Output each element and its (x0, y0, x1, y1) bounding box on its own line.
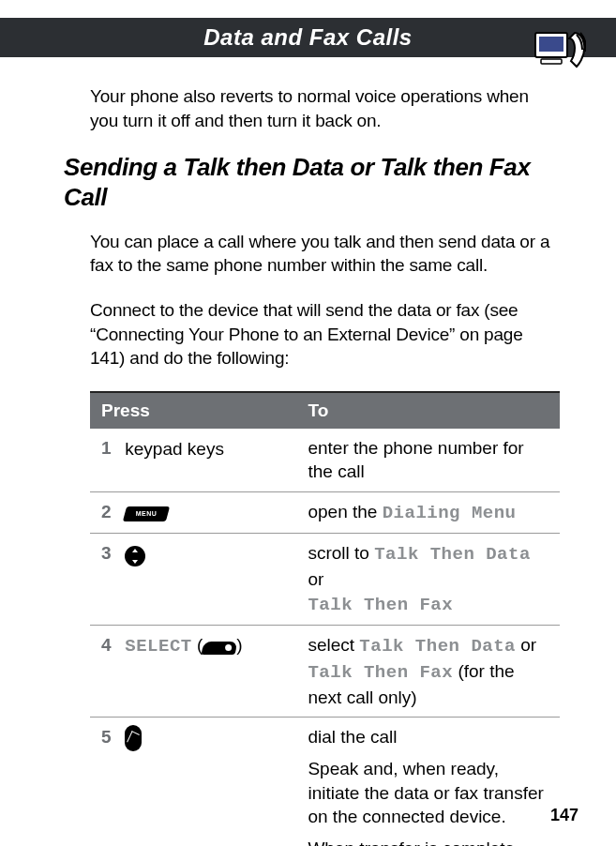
table-row: 3 scroll to Talk Then Data or Talk Then … (90, 534, 560, 626)
table-row: 2 open the Dialing Menu (90, 491, 560, 534)
step-number: 1 (101, 436, 120, 461)
to-text: dial the call (308, 725, 550, 749)
page-title: Data and Fax Calls (203, 24, 412, 51)
instruction-table: Press To 1 keypad keys enter the phone n… (90, 391, 560, 846)
menu-key-icon (125, 501, 168, 525)
to-text: When transfer is complete, end the call … (308, 837, 550, 846)
soft-key-icon (203, 635, 236, 659)
step-number: 5 (101, 725, 120, 749)
computer-phone-icon (533, 29, 586, 70)
step-number: 3 (101, 541, 120, 566)
col-header-to: To (296, 392, 560, 429)
step-number: 4 (101, 633, 120, 657)
option-name: Talk Then Fax (308, 662, 453, 683)
option-name: Talk Then Data (374, 544, 531, 565)
page-header: Data and Fax Calls (0, 0, 616, 58)
to-text: Speak and, when ready, initiate the data… (308, 757, 550, 829)
table-row: 5 dial the call Speak and, when ready, i… (90, 718, 560, 846)
press-action: keypad keys (125, 437, 224, 461)
table-row: 4 SELECT () select Talk Then Data or Tal… (90, 626, 560, 718)
table-row: 1 keypad keys enter the phone number for… (90, 429, 560, 492)
soft-key-label: SELECT (125, 635, 191, 659)
send-key-icon (125, 725, 142, 751)
step-number: 2 (101, 500, 120, 524)
to-text: select Talk Then Data or Talk Then Fax (… (308, 633, 550, 709)
page-number: 147 (550, 806, 578, 825)
section-paragraph-2: Connect to the device that will send the… (90, 298, 560, 370)
svg-rect-2 (541, 59, 562, 64)
page-content: Your phone also reverts to normal voice … (0, 58, 616, 846)
scroll-key-icon (125, 543, 145, 567)
svg-rect-1 (539, 37, 563, 52)
menu-name: Dialing Menu (383, 503, 517, 523)
intro-paragraph: Your phone also reverts to normal voice … (90, 84, 560, 132)
col-header-press: Press (90, 392, 296, 429)
to-text: scroll to Talk Then Data or Talk Then Fa… (308, 541, 550, 617)
section-paragraph-1: You can place a call where you talk and … (90, 230, 560, 278)
to-text: open the Dialing Menu (308, 500, 550, 526)
option-name: Talk Then Data (359, 636, 516, 657)
option-name: Talk Then Fax (308, 595, 453, 615)
to-text: enter the phone number for the call (308, 436, 550, 484)
section-heading: Sending a Talk then Data or Talk then Fa… (64, 153, 560, 212)
